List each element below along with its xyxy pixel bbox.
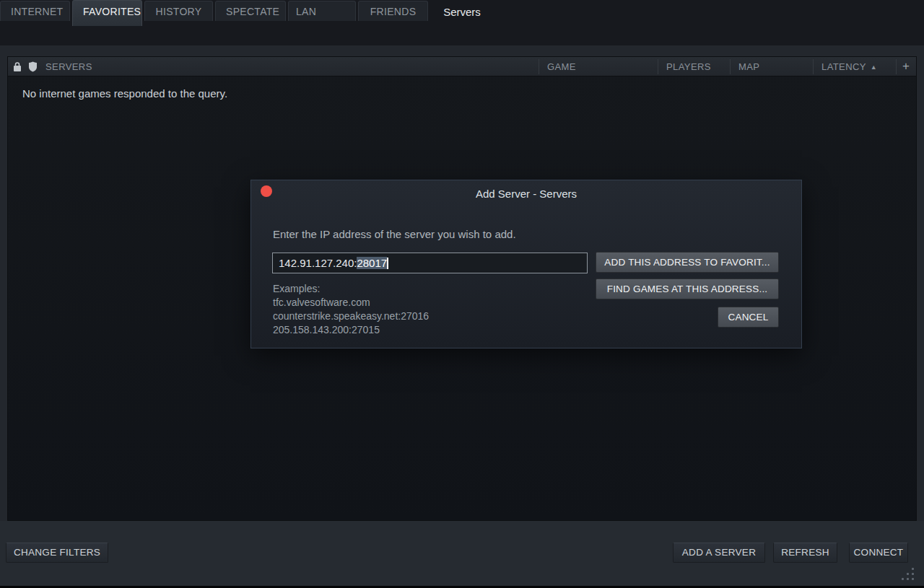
tab-label: FRIENDS — [370, 6, 417, 17]
column-latency[interactable]: LATENCY▲ — [821, 61, 877, 72]
input-text: 142.91.127.240: — [279, 257, 357, 269]
lock-icon[interactable] — [12, 61, 22, 72]
tab-lan[interactable]: LAN — [288, 1, 356, 21]
text-caret — [387, 258, 388, 269]
footer-bar: CHANGE FILTERS ADD A SERVER REFRESH CONN… — [0, 521, 924, 586]
example-address: counterstrike.speakeasy.net:27016 — [273, 310, 429, 323]
list-header: SERVERS GAME PLAYERS MAP LATENCY▲ + — [8, 57, 916, 76]
tab-internet[interactable]: INTERNET — [0, 1, 70, 21]
add-column-button[interactable]: + — [896, 57, 916, 76]
examples-heading: Examples: — [273, 282, 429, 296]
tab-spectate[interactable]: SPECTATE — [215, 1, 286, 21]
tab-history[interactable]: HISTORY — [144, 1, 213, 21]
column-map[interactable]: MAP — [738, 61, 759, 72]
refresh-button[interactable]: REFRESH — [773, 543, 837, 563]
sort-ascending-icon: ▲ — [871, 63, 877, 71]
column-divider[interactable] — [658, 59, 658, 74]
add-a-server-button[interactable]: ADD A SERVER — [673, 543, 765, 563]
find-games-button[interactable]: FIND GAMES AT THIS ADDRESS... — [596, 278, 779, 299]
add-to-favorites-button[interactable]: ADD THIS ADDRESS TO FAVORIT... — [596, 252, 779, 273]
shield-icon[interactable] — [28, 61, 38, 72]
tab-band — [0, 45, 924, 56]
connect-button[interactable]: CONNECT — [849, 543, 908, 563]
tab-label: SPECTATE — [226, 6, 279, 17]
examples-block: Examples: tfc.valvesoftware.com counters… — [273, 282, 429, 337]
cancel-button[interactable]: CANCEL — [718, 307, 779, 328]
example-address: 205.158.143.200:27015 — [273, 323, 429, 337]
change-filters-button[interactable]: CHANGE FILTERS — [6, 543, 108, 563]
tab-label: HISTORY — [156, 6, 202, 17]
tab-label: INTERNET — [11, 6, 63, 17]
server-address-input[interactable]: 142.91.127.240:28017 — [272, 253, 588, 273]
tab-favorites[interactable]: FAVORITES — [72, 0, 142, 26]
column-divider[interactable] — [813, 59, 814, 74]
add-server-dialog: Add Server - Servers Enter the IP addres… — [250, 180, 802, 348]
tab-friends[interactable]: FRIENDS — [358, 1, 428, 21]
input-selected-text: 28017 — [357, 257, 387, 269]
column-game[interactable]: GAME — [547, 61, 576, 72]
tab-label: FAVORITES — [83, 6, 141, 17]
column-players[interactable]: PLAYERS — [666, 61, 711, 72]
empty-list-message: No internet games responded to the query… — [22, 87, 227, 100]
column-divider[interactable] — [730, 59, 731, 74]
dialog-instruction: Enter the IP address of the server you w… — [273, 228, 516, 240]
example-address: tfc.valvesoftware.com — [273, 296, 429, 310]
tab-bar — [0, 25, 924, 45]
tab-label: LAN — [296, 6, 316, 17]
resize-grip-icon[interactable] — [901, 568, 914, 581]
column-servers[interactable]: SERVERS — [45, 61, 92, 72]
column-latency-label: LATENCY — [821, 61, 866, 72]
column-divider[interactable] — [539, 59, 539, 74]
dialog-title: Add Server - Servers — [251, 188, 801, 200]
